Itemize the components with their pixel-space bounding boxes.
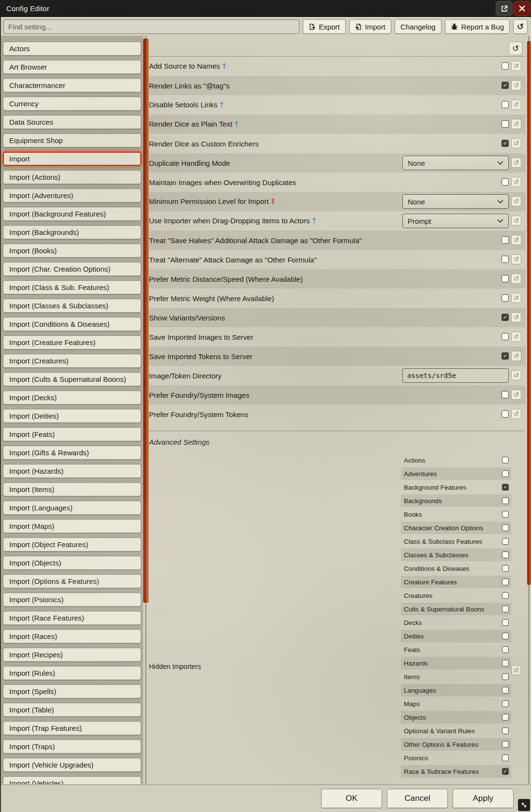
setting-reset-button[interactable]: ↺: [511, 235, 521, 245]
setting-reset-button[interactable]: ↺: [511, 80, 521, 90]
hidden-importer-checkbox[interactable]: [502, 470, 509, 477]
setting-reset-button[interactable]: ↺: [511, 390, 521, 400]
sidebar-item-import-trap-features[interactable]: Import (Trap Features): [3, 721, 141, 735]
hidden-importer-checkbox[interactable]: [502, 457, 509, 464]
sidebar-item-import-race-features[interactable]: Import (Race Features): [3, 611, 141, 625]
setting-checkbox[interactable]: [502, 62, 509, 70]
sidebar-item-actors[interactable]: Actors: [3, 42, 141, 56]
hidden-importers-reset-button[interactable]: ↺: [511, 665, 521, 675]
main-scrollbar-thumb[interactable]: [527, 41, 531, 585]
hidden-importer-checkbox[interactable]: [502, 579, 509, 585]
sidebar-item-equipment-shop[interactable]: Equipment Shop: [3, 133, 141, 147]
sidebar-item-data-sources[interactable]: Data Sources: [3, 115, 141, 129]
sidebar-item-import-actions[interactable]: Import (Actions): [3, 170, 141, 184]
sidebar-item-import-adventures[interactable]: Import (Adventures): [3, 188, 141, 203]
setting-text-input[interactable]: [402, 368, 509, 383]
hidden-importer-checkbox[interactable]: [502, 754, 509, 761]
setting-checkbox[interactable]: [502, 275, 509, 282]
setting-reset-button[interactable]: ↺: [511, 177, 521, 187]
setting-reset-button[interactable]: ↺: [511, 312, 521, 322]
setting-reset-button[interactable]: ↺: [511, 293, 521, 303]
hidden-importer-checkbox[interactable]: [502, 673, 509, 680]
sidebar-item-import-deities[interactable]: Import (Deities): [3, 409, 141, 423]
hidden-importer-checkbox[interactable]: [502, 538, 509, 545]
sidebar-item-import-class-sub-features[interactable]: Import (Class & Sub. Features): [3, 280, 141, 294]
setting-checkbox[interactable]: [502, 391, 509, 398]
sidebar-scrollbar-thumb[interactable]: [143, 39, 148, 603]
sidebar-item-import-vehicle-upgrades[interactable]: Import (Vehicle Upgrades): [3, 758, 141, 772]
sidebar-item-import-object-features[interactable]: Import (Object Features): [3, 537, 141, 551]
setting-checkbox[interactable]: ✓: [502, 314, 509, 321]
hidden-importer-checkbox[interactable]: [502, 700, 509, 707]
hidden-importer-checkbox[interactable]: [502, 741, 509, 748]
sidebar-item-import-items[interactable]: Import (Items): [3, 482, 141, 496]
setting-reset-button[interactable]: ↺: [511, 100, 521, 110]
hidden-importer-checkbox[interactable]: [502, 565, 509, 572]
hidden-importer-checkbox[interactable]: [502, 714, 509, 721]
hidden-importer-checkbox[interactable]: [502, 727, 509, 734]
sidebar-item-import-backgrounds[interactable]: Import (Backgrounds): [3, 225, 141, 239]
setting-reset-button[interactable]: ↺: [511, 158, 521, 168]
setting-checkbox[interactable]: ✓: [502, 140, 509, 147]
setting-reset-button[interactable]: ↺: [511, 409, 521, 419]
sidebar-item-import-background-features[interactable]: Import (Background Features): [3, 207, 141, 221]
setting-reset-button[interactable]: ↺: [511, 196, 521, 206]
setting-reset-button[interactable]: ↺: [511, 119, 521, 129]
ok-button[interactable]: OK: [321, 789, 382, 808]
toolbar-reset-button[interactable]: ↺: [513, 19, 528, 34]
sidebar-item-import-cults-supernatural-boons[interactable]: Import (Cults & Supernatural Boons): [3, 372, 141, 386]
close-button[interactable]: [514, 1, 531, 16]
setting-reset-button[interactable]: ↺: [511, 216, 521, 226]
sidebar-item-import-recipes[interactable]: Import (Recipes): [3, 648, 141, 662]
hidden-importer-checkbox[interactable]: [502, 619, 509, 626]
setting-checkbox[interactable]: ✓: [502, 82, 509, 89]
setting-reset-button[interactable]: ↺: [511, 254, 521, 264]
hidden-importer-checkbox[interactable]: ✓: [502, 768, 509, 775]
hidden-importer-checkbox[interactable]: [502, 646, 509, 653]
setting-reset-button[interactable]: ↺: [511, 61, 521, 71]
setting-reset-button[interactable]: ↺: [511, 370, 521, 380]
hidden-importer-checkbox[interactable]: [502, 497, 509, 504]
toolbar-button-import[interactable]: Import: [349, 19, 392, 34]
sidebar-item-import-char-creation-options[interactable]: Import (Char. Creation Options): [3, 262, 141, 276]
sidebar-item-import-gifts-rewards[interactable]: Import (Gifts & Rewards): [3, 446, 141, 460]
sidebar-item-import-languages[interactable]: Import (Languages): [3, 501, 141, 515]
setting-select[interactable]: Prompt: [402, 214, 509, 228]
hidden-importer-checkbox[interactable]: [502, 551, 509, 558]
sidebar-item-import-traps[interactable]: Import (Traps): [3, 740, 141, 754]
sidebar-item-charactermancer[interactable]: Charactermancer: [3, 78, 141, 92]
sidebar-item-import-objects[interactable]: Import (Objects): [3, 556, 141, 570]
setting-checkbox[interactable]: [502, 120, 509, 128]
sidebar-item-import-books[interactable]: Import (Books): [3, 244, 141, 258]
hidden-importer-checkbox[interactable]: ✓: [502, 484, 509, 491]
sidebar-item-import-maps[interactable]: Import (Maps): [3, 519, 141, 533]
sidebar-item-import-rules[interactable]: Import (Rules): [3, 666, 141, 680]
sidebar-item-import-options-features[interactable]: Import (Options & Features): [3, 574, 141, 588]
sidebar-item-import-conditions-diseases[interactable]: Import (Conditions & Diseases): [3, 317, 141, 331]
sidebar-item-import-races[interactable]: Import (Races): [3, 629, 141, 643]
setting-reset-button[interactable]: ↺: [511, 138, 521, 148]
setting-checkbox[interactable]: [502, 178, 509, 186]
resize-handle[interactable]: [518, 799, 530, 811]
setting-checkbox[interactable]: [502, 256, 509, 263]
section-reset-button[interactable]: ↺: [509, 42, 522, 55]
toolbar-button-report-a-bug[interactable]: Report a Bug: [445, 19, 510, 34]
hidden-importer-checkbox[interactable]: [502, 633, 509, 639]
setting-checkbox[interactable]: [502, 410, 509, 418]
apply-button[interactable]: Apply: [453, 789, 514, 808]
setting-reset-button[interactable]: ↺: [511, 351, 521, 361]
hidden-importer-checkbox[interactable]: [502, 511, 509, 518]
setting-reset-button[interactable]: ↺: [511, 332, 521, 342]
setting-checkbox[interactable]: [502, 333, 509, 340]
hidden-importer-checkbox[interactable]: [502, 687, 509, 694]
hidden-importer-checkbox[interactable]: [502, 606, 509, 612]
setting-checkbox[interactable]: [502, 236, 509, 244]
sidebar-item-import-hazards[interactable]: Import (Hazards): [3, 464, 141, 478]
sidebar-item-import-vehicles[interactable]: Import (Vehicles): [3, 776, 141, 784]
sidebar-item-import-creatures[interactable]: Import (Creatures): [3, 354, 141, 368]
sidebar-item-art-browser[interactable]: Art Browser: [3, 60, 141, 74]
cancel-button[interactable]: Cancel: [387, 789, 448, 808]
sidebar-item-import-table[interactable]: Import (Table): [3, 703, 141, 717]
toolbar-button-export[interactable]: Export: [303, 19, 345, 34]
sidebar-item-currency[interactable]: Currency: [3, 97, 141, 111]
